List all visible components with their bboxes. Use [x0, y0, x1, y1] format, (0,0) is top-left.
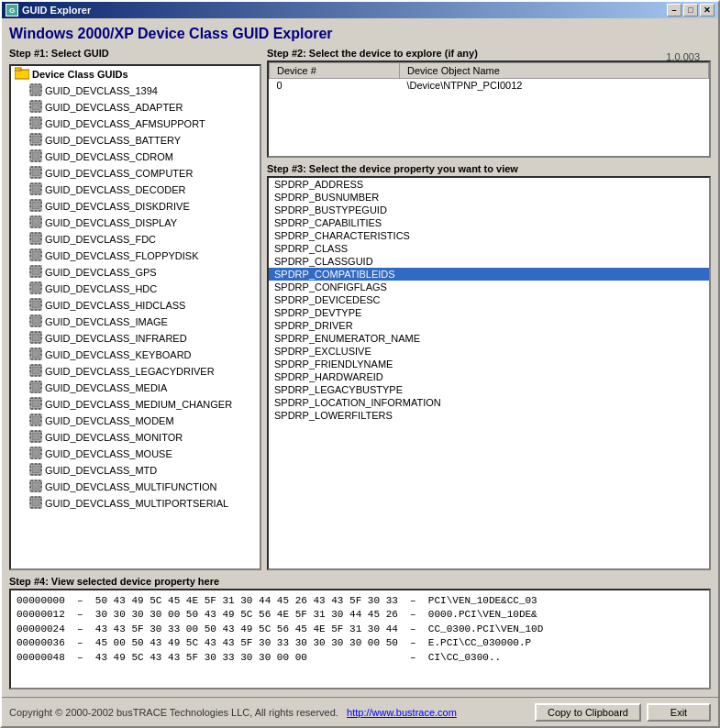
guid-list-item[interactable]: GUID_DEVCLASS_INFRARED [11, 330, 260, 347]
step4-section: Step #4: View selected device property h… [9, 576, 711, 689]
svg-rect-111 [32, 235, 39, 242]
hex-line: 00000024 – 43 43 5F 30 33 00 50 43 49 5C… [17, 623, 703, 636]
property-list-item[interactable]: SPDRP_CLASS [269, 242, 709, 255]
chip-icon [29, 133, 42, 148]
property-list-item[interactable]: SPDRP_LEGACYBUSTYPE [269, 383, 709, 396]
left-panel: Step #1: Select GUID Device Class GUIDsG… [9, 48, 261, 570]
property-list-item[interactable]: SPDRP_LOCATION_INFORMATION [269, 396, 709, 409]
svg-rect-183 [32, 334, 39, 341]
hex-line: 00000012 – 30 30 30 30 00 50 43 49 5C 56… [17, 608, 703, 622]
property-list-item[interactable]: SPDRP_COMPATIBLEIDS [269, 268, 709, 281]
guid-list-item[interactable]: GUID_DEVCLASS_HDC [11, 281, 260, 297]
chip-icon [29, 314, 42, 329]
right-panel: Step #2: Select the device to explore (i… [267, 48, 711, 570]
svg-rect-171 [32, 317, 39, 325]
property-list-item[interactable]: SPDRP_ADDRESS [269, 178, 709, 191]
svg-rect-303 [32, 499, 39, 506]
guid-list-item[interactable]: GUID_DEVCLASS_DECODER [11, 182, 260, 198]
app-icon: G [6, 4, 18, 17]
guid-list-item[interactable]: GUID_DEVCLASS_FLOPPYDISK [11, 248, 260, 264]
property-list-item[interactable]: SPDRP_CAPABILITIES [269, 216, 709, 229]
svg-rect-39 [32, 136, 39, 143]
chip-icon [29, 83, 42, 98]
chip-icon [29, 430, 42, 445]
footer-buttons: Copy to Clipboard Exit [535, 703, 711, 722]
property-list-item[interactable]: SPDRP_EXCLUSIVE [269, 345, 709, 358]
main-window: G GUID Explorer – □ ✕ Windows 2000/XP De… [0, 0, 720, 728]
copy-to-clipboard-button[interactable]: Copy to Clipboard [535, 703, 641, 722]
svg-rect-15 [32, 103, 39, 110]
device-num-cell: 0 [270, 79, 400, 93]
svg-rect-27 [32, 119, 39, 127]
guid-list-item[interactable]: GUID_DEVCLASS_DISKDRIVE [11, 198, 260, 215]
minimize-button[interactable]: – [667, 4, 681, 17]
property-list-item[interactable]: SPDRP_CLASSGUID [269, 255, 709, 268]
guid-list-item[interactable]: GUID_DEVCLASS_IMAGE [11, 314, 260, 330]
guid-list-item[interactable]: GUID_DEVCLASS_HIDCLASS [11, 297, 260, 314]
guid-list-item[interactable]: GUID_DEVCLASS_BATTERY [11, 132, 260, 149]
device-table[interactable]: Device # Device Object Name 0\Device\NTP… [267, 61, 711, 158]
guid-list-item[interactable]: GUID_DEVCLASS_MEDIA [11, 380, 260, 396]
property-listbox[interactable]: SPDRP_ADDRESSSPDRP_BUSNUMBERSPDRP_BUSTYP… [267, 176, 711, 570]
svg-rect-135 [32, 268, 39, 275]
device-table-row[interactable]: 0\Device\NTPNP_PCI0012 [270, 79, 709, 93]
guid-list-item[interactable]: GUID_DEVCLASS_MULTIFUNCTION [11, 479, 260, 495]
guid-list-item[interactable]: GUID_DEVCLASS_DISPLAY [11, 215, 260, 231]
svg-rect-63 [32, 169, 39, 176]
chip-icon [29, 496, 42, 511]
hex-line: 00000048 – 43 49 5C 43 43 5F 30 33 30 30… [17, 651, 703, 665]
guid-list-item[interactable]: GUID_DEVCLASS_MOUSE [11, 446, 260, 462]
property-list-item[interactable]: SPDRP_DEVTYPE [269, 306, 709, 319]
guid-list-item[interactable]: GUID_DEVCLASS_MODEM [11, 413, 260, 429]
property-list-item[interactable]: SPDRP_DEVICEDESC [269, 293, 709, 306]
svg-rect-267 [32, 449, 39, 457]
svg-rect-99 [32, 218, 39, 226]
chip-icon [29, 166, 42, 181]
guid-list-item[interactable]: GUID_DEVCLASS_AFMSUPPORT [11, 116, 260, 132]
property-list-item[interactable]: SPDRP_BUSNUMBER [269, 191, 709, 204]
guid-list-item[interactable]: GUID_DEVCLASS_COMPUTER [11, 165, 260, 182]
chip-icon [29, 232, 42, 247]
chip-icon [29, 447, 42, 461]
svg-rect-231 [32, 400, 39, 407]
property-list-item[interactable]: SPDRP_CHARACTERISTICS [269, 229, 709, 242]
footer-link[interactable]: http://www.bustrace.com [347, 707, 457, 718]
svg-rect-51 [32, 152, 39, 160]
guid-list-item[interactable]: GUID_DEVCLASS_MULTIPORTSERIAL [11, 495, 260, 512]
property-list-item[interactable]: SPDRP_FRIENDLYNAME [269, 358, 709, 370]
guid-list-item[interactable]: GUID_DEVCLASS_1394 [11, 83, 260, 99]
chip-icon [29, 265, 42, 280]
svg-rect-207 [32, 367, 39, 374]
guid-list-item[interactable]: GUID_DEVCLASS_MEDIUM_CHANGER [11, 396, 260, 413]
close-button[interactable]: ✕ [700, 4, 714, 17]
hex-line: 00000036 – 45 00 50 43 49 5C 43 43 5F 30… [17, 636, 703, 650]
step4-label: Step #4: View selected device property h… [9, 576, 711, 587]
guid-list-item[interactable]: GUID_DEVCLASS_ADAPTER [11, 99, 260, 116]
svg-rect-123 [32, 251, 39, 259]
guid-list-item[interactable]: GUID_DEVCLASS_GPS [11, 264, 260, 281]
svg-rect-75 [32, 185, 39, 193]
step3-section: Step #3: Select the device property you … [267, 163, 711, 570]
property-list-item[interactable]: SPDRP_LOWERFILTERS [269, 409, 709, 422]
property-list-item[interactable]: SPDRP_HARDWAREID [269, 370, 709, 383]
guid-listbox[interactable]: Device Class GUIDsGUID_DEVCLASS_1394GUID… [9, 64, 261, 570]
guid-list-item[interactable]: GUID_DEVCLASS_FDC [11, 231, 260, 248]
footer-text: Copyright © 2000-2002 busTRACE Technolog… [9, 707, 457, 718]
property-list-item[interactable]: SPDRP_DRIVER [269, 319, 709, 332]
exit-button[interactable]: Exit [647, 703, 711, 722]
device-name-cell: \Device\NTPNP_PCI0012 [399, 79, 708, 93]
property-list-item[interactable]: SPDRP_CONFIGFLAGS [269, 281, 709, 293]
guid-list-item[interactable]: GUID_DEVCLASS_KEYBOARD [11, 347, 260, 363]
app-title: Windows 2000/XP Device Class GUID Explor… [9, 26, 333, 41]
maximize-button[interactable]: □ [683, 4, 698, 17]
chip-icon [29, 331, 42, 346]
guid-list-item[interactable]: GUID_DEVCLASS_MTD [11, 462, 260, 479]
property-list-item[interactable]: SPDRP_BUSTYPEGUID [269, 204, 709, 216]
guid-list-item[interactable]: GUID_DEVCLASS_LEGACYDRIVER [11, 363, 260, 380]
guid-list-item[interactable]: GUID_DEVCLASS_MONITOR [11, 429, 260, 446]
guid-list-item[interactable]: GUID_DEVCLASS_CDROM [11, 149, 260, 165]
guid-root-item[interactable]: Device Class GUIDs [11, 66, 260, 83]
step2-section: Step #2: Select the device to explore (i… [267, 48, 711, 158]
chip-icon [29, 182, 42, 197]
property-list-item[interactable]: SPDRP_ENUMERATOR_NAME [269, 332, 709, 345]
